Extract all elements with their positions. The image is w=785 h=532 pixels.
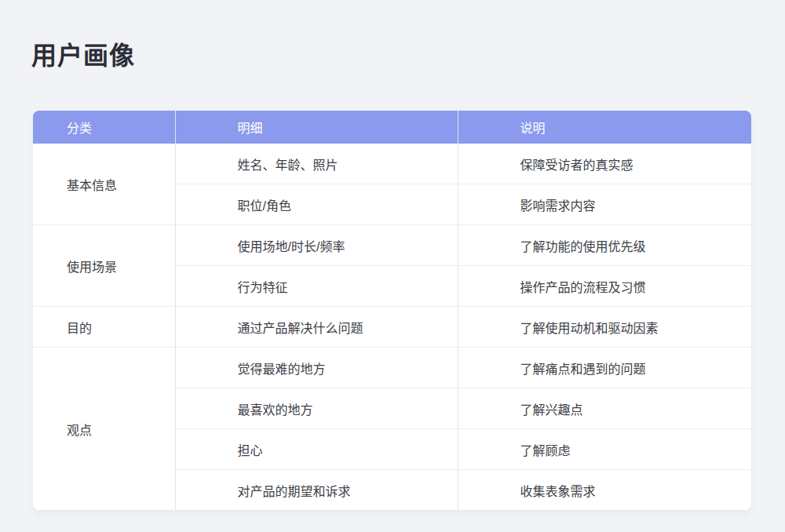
category-cell-viewpoints: 观点 xyxy=(33,348,175,511)
detail-cell: 最喜欢的地方 xyxy=(175,388,458,429)
description-cell: 了解顾虑 xyxy=(458,429,751,470)
detail-cell: 行为特征 xyxy=(175,266,458,307)
detail-cell: 姓名、年龄、照片 xyxy=(175,144,458,184)
page-title: 用户画像 xyxy=(31,41,135,71)
description-cell: 操作产品的流程及习惯 xyxy=(458,266,751,307)
detail-cell: 使用场地/时长/频率 xyxy=(175,225,458,266)
column-header-description: 说明 xyxy=(458,111,751,144)
category-cell-purpose: 目的 xyxy=(33,307,175,348)
user-persona-table-card: 分类 明细 说明 基本信息 姓名、年龄、照片 保障受访者的真实感 职位/角色 影… xyxy=(33,111,751,510)
detail-cell: 觉得最难的地方 xyxy=(175,348,458,388)
description-cell: 了解兴趣点 xyxy=(458,388,751,429)
description-cell: 了解痛点和遇到的问题 xyxy=(458,348,751,388)
table-header: 分类 明细 说明 xyxy=(33,111,751,144)
user-persona-table: 分类 明细 说明 基本信息 姓名、年龄、照片 保障受访者的真实感 职位/角色 影… xyxy=(33,111,751,510)
table-row: 使用场景 使用场地/时长/频率 了解功能的使用优先级 xyxy=(33,225,751,266)
detail-cell: 对产品的期望和诉求 xyxy=(175,470,458,511)
description-cell: 保障受访者的真实感 xyxy=(458,144,751,184)
table-body: 基本信息 姓名、年龄、照片 保障受访者的真实感 职位/角色 影响需求内容 使用场… xyxy=(33,144,751,510)
description-cell: 了解功能的使用优先级 xyxy=(458,225,751,266)
detail-cell: 职位/角色 xyxy=(175,184,458,225)
description-cell: 收集表象需求 xyxy=(458,470,751,511)
detail-cell: 担心 xyxy=(175,429,458,470)
table-row: 目的 通过产品解决什么问题 了解使用动机和驱动因素 xyxy=(33,307,751,348)
column-header-category: 分类 xyxy=(33,111,175,144)
description-cell: 影响需求内容 xyxy=(458,184,751,225)
category-cell-usage-scenario: 使用场景 xyxy=(33,225,175,307)
page: 用户画像 分类 明细 说明 基本信息 姓名、年龄、照片 保障受访者的真实感 xyxy=(0,0,785,532)
column-header-detail: 明细 xyxy=(175,111,458,144)
table-row: 观点 觉得最难的地方 了解痛点和遇到的问题 xyxy=(33,348,751,388)
description-cell: 了解使用动机和驱动因素 xyxy=(458,307,751,348)
table-row: 基本信息 姓名、年龄、照片 保障受访者的真实感 xyxy=(33,144,751,184)
header-row: 分类 明细 说明 xyxy=(33,111,751,144)
category-cell-basic-info: 基本信息 xyxy=(33,144,175,225)
detail-cell: 通过产品解决什么问题 xyxy=(175,307,458,348)
